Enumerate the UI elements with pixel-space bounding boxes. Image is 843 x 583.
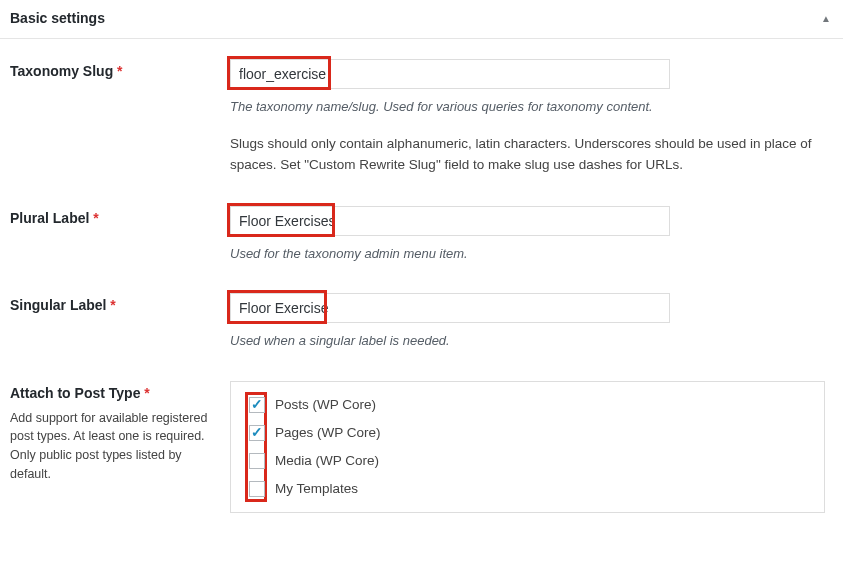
slug-input[interactable]: [230, 59, 670, 89]
singular-input[interactable]: [230, 293, 670, 323]
panel-title: Basic settings: [10, 10, 105, 26]
posttype-checkbox-posts[interactable]: [249, 397, 265, 413]
label-col: Singular Label *: [10, 293, 230, 313]
slug-desc-1: The taxonomy name/slug. Used for various…: [230, 97, 825, 117]
input-wrap: [230, 293, 670, 323]
required-marker: *: [110, 297, 115, 313]
singular-label: Singular Label *: [10, 297, 116, 313]
plural-label: Plural Label *: [10, 210, 99, 226]
posttype-checkbox-media[interactable]: [249, 453, 265, 469]
plural-desc: Used for the taxonomy admin menu item.: [230, 244, 825, 264]
field-attach-post-type: Attach to Post Type * Add support for av…: [10, 381, 833, 513]
panel-header[interactable]: Basic settings ▲: [0, 0, 843, 39]
label-col: Attach to Post Type * Add support for av…: [10, 381, 230, 484]
posttype-checkbox-pages[interactable]: [249, 425, 265, 441]
field-singular-label: Singular Label * Used when a singular la…: [10, 293, 833, 351]
input-col: The taxonomy name/slug. Used for various…: [230, 59, 825, 176]
posttype-option-label: Posts (WP Core): [275, 397, 376, 412]
label-col: Plural Label *: [10, 206, 230, 226]
posttype-option: Pages (WP Core): [249, 425, 809, 441]
posttype-option: Posts (WP Core): [249, 397, 809, 413]
plural-input[interactable]: [230, 206, 670, 236]
field-plural-label: Plural Label * Used for the taxonomy adm…: [10, 206, 833, 264]
required-marker: *: [117, 63, 122, 79]
collapse-icon[interactable]: ▲: [821, 13, 831, 24]
input-col: Used for the taxonomy admin menu item.: [230, 206, 825, 264]
slug-desc-2: Slugs should only contain alphanumeric, …: [230, 133, 825, 176]
required-marker: *: [93, 210, 98, 226]
posttype-checkbox-mytemplates[interactable]: [249, 481, 265, 497]
input-wrap: [230, 206, 670, 236]
form-body: Taxonomy Slug * The taxonomy name/slug. …: [0, 39, 843, 533]
input-col: Used when a singular label is needed.: [230, 293, 825, 351]
posttype-option-label: My Templates: [275, 481, 358, 496]
singular-desc: Used when a singular label is needed.: [230, 331, 825, 351]
input-col: Posts (WP Core) Pages (WP Core) Media (W…: [230, 381, 825, 513]
slug-label: Taxonomy Slug *: [10, 63, 123, 79]
posttype-option: Media (WP Core): [249, 453, 809, 469]
required-marker: *: [144, 385, 149, 401]
posttype-option-label: Pages (WP Core): [275, 425, 381, 440]
input-wrap: [230, 59, 670, 89]
field-taxonomy-slug: Taxonomy Slug * The taxonomy name/slug. …: [10, 59, 833, 176]
submit-area: Add Taxonomy: [0, 573, 843, 583]
posttype-options-box: Posts (WP Core) Pages (WP Core) Media (W…: [230, 381, 825, 513]
posttype-label: Attach to Post Type *: [10, 385, 150, 401]
posttype-subdesc: Add support for available registered pos…: [10, 409, 230, 484]
posttype-option: My Templates: [249, 481, 809, 497]
label-col: Taxonomy Slug *: [10, 59, 230, 79]
posttype-option-label: Media (WP Core): [275, 453, 379, 468]
